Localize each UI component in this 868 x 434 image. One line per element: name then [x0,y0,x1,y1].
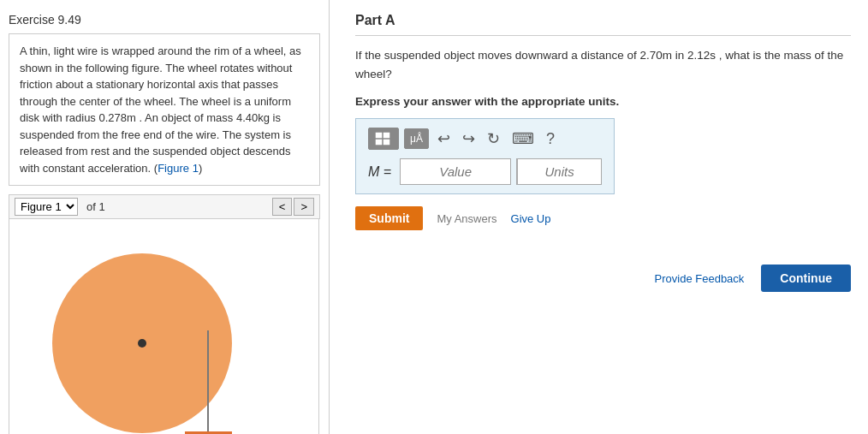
figure-nav: Figure 1 of 1 < > [9,194,320,219]
center-dot [138,339,146,348]
symbol-button[interactable]: μÅ [404,128,429,149]
my-answers-link[interactable]: My Answers [437,212,496,225]
undo-button[interactable]: ↩ [434,128,454,150]
action-row: Submit My Answers Give Up [355,206,851,230]
figure-select-wrap: Figure 1 of 1 [15,198,110,216]
question-text: If the suspended object moves downward a… [355,46,851,83]
refresh-icon: ↻ [487,130,500,147]
give-up-link[interactable]: Give Up [511,212,551,225]
submit-button[interactable]: Submit [355,206,423,230]
exercise-title: Exercise 9.49 [0,9,329,33]
value-input[interactable] [400,158,511,185]
problem-text: A thin, light wire is wrapped around the… [20,45,301,175]
problem-box: A thin, light wire is wrapped around the… [9,33,320,186]
help-icon: ? [546,130,555,147]
prev-button[interactable]: < [272,198,293,216]
svg-rect-3 [383,140,389,145]
of-label: of 1 [86,200,105,213]
undo-icon: ↩ [437,130,450,147]
continue-button[interactable]: Continue [761,265,851,292]
keyboard-button[interactable]: ⌨ [508,128,538,150]
bottom-row: Provide Feedback Continue [355,265,851,292]
figure-link[interactable]: Figure 1 [158,162,199,175]
figure-select[interactable]: Figure 1 [15,198,78,216]
figure-link-close: ) [199,162,202,175]
right-panel: Part A If the suspended object moves dow… [330,0,868,434]
express-label: Express your answer with the appropriate… [355,95,851,108]
redo-button[interactable]: ↪ [459,128,479,150]
wheel-svg [9,219,319,434]
help-button[interactable]: ? [543,128,558,150]
toolbar: μÅ ↩ ↪ ↻ ⌨ ? [368,128,602,150]
symbol-label: μÅ [410,133,423,145]
keyboard-icon: ⌨ [512,130,534,147]
feedback-link[interactable]: Provide Feedback [655,272,745,285]
answer-area: μÅ ↩ ↪ ↻ ⌨ ? M = [355,118,615,194]
next-button[interactable]: > [294,198,314,216]
part-a-title: Part A [355,13,851,36]
svg-rect-1 [383,133,389,138]
m-label: M = [368,164,391,180]
matrix-icon-button[interactable] [368,128,399,150]
figure-area [9,219,319,434]
svg-rect-0 [376,133,382,138]
left-panel: Exercise 9.49 A thin, light wire is wrap… [0,0,330,434]
matrix-icon [375,132,392,146]
redo-icon: ↪ [462,130,475,147]
input-row: M = [368,158,602,185]
units-input[interactable] [516,158,602,185]
svg-rect-2 [376,140,382,145]
nav-buttons: < > [272,198,314,216]
wheel-wrap [9,219,318,434]
refresh-button[interactable]: ↻ [484,128,503,150]
